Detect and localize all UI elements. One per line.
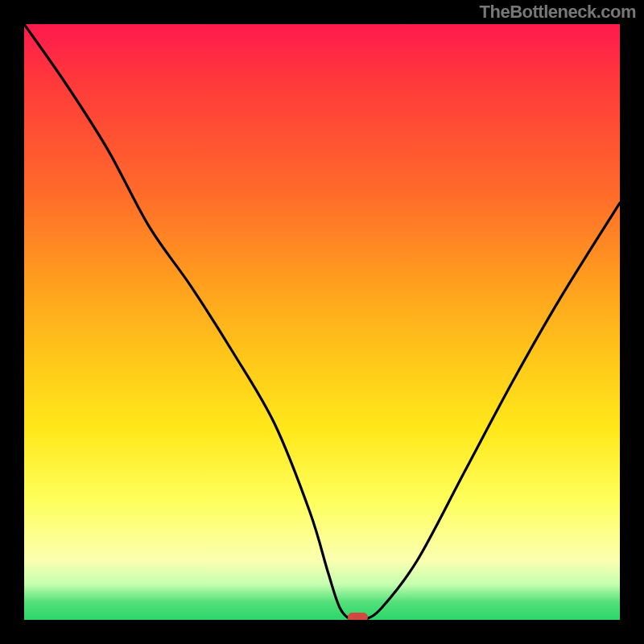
plot-area: [24, 24, 620, 620]
optimal-marker: [348, 613, 367, 621]
curve-svg: [24, 24, 620, 620]
chart-frame: TheBottleneck.com: [0, 0, 644, 644]
bottleneck-curve: [24, 24, 620, 620]
watermark-text: TheBottleneck.com: [480, 2, 636, 23]
